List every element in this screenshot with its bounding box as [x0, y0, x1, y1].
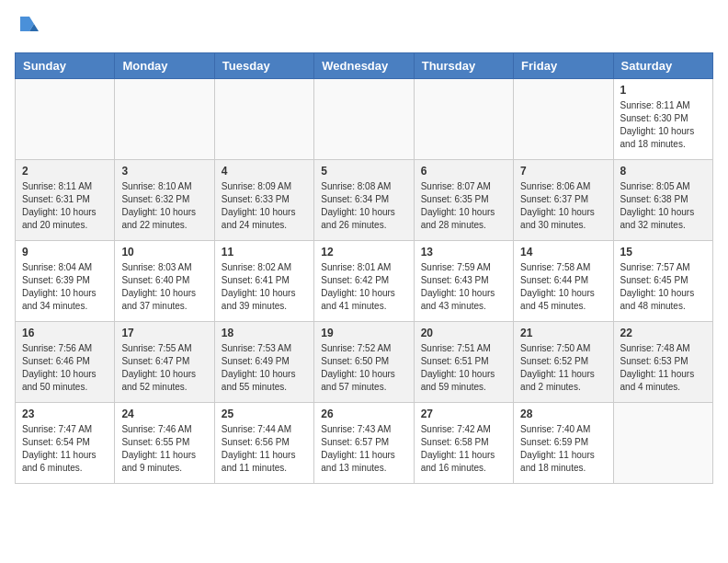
calendar-cell — [16, 79, 115, 160]
header-sunday: Sunday — [16, 53, 115, 79]
calendar-cell — [514, 79, 613, 160]
calendar-cell: 22Sunrise: 7:48 AM Sunset: 6:53 PM Dayli… — [613, 322, 712, 403]
calendar-cell: 7Sunrise: 8:06 AM Sunset: 6:37 PM Daylig… — [514, 160, 613, 241]
calendar-week-row: 2Sunrise: 8:11 AM Sunset: 6:31 PM Daylig… — [16, 160, 713, 241]
calendar-cell: 17Sunrise: 7:55 AM Sunset: 6:47 PM Dayli… — [115, 322, 214, 403]
calendar-week-row: 23Sunrise: 7:47 AM Sunset: 6:54 PM Dayli… — [16, 403, 713, 484]
calendar-cell: 16Sunrise: 7:56 AM Sunset: 6:46 PM Dayli… — [16, 322, 115, 403]
calendar-week-row: 1Sunrise: 8:11 AM Sunset: 6:30 PM Daylig… — [16, 79, 713, 160]
day-info: Sunrise: 8:11 AM Sunset: 6:30 PM Dayligh… — [620, 99, 706, 151]
day-info: Sunrise: 7:56 AM Sunset: 6:46 PM Dayligh… — [22, 342, 108, 394]
day-number: 27 — [421, 408, 506, 420]
day-info: Sunrise: 8:01 AM Sunset: 6:42 PM Dayligh… — [321, 261, 406, 313]
day-number: 11 — [222, 246, 307, 259]
calendar: SundayMondayTuesdayWednesdayThursdayFrid… — [15, 52, 713, 484]
calendar-cell — [613, 403, 712, 484]
day-info: Sunrise: 7:58 AM Sunset: 6:44 PM Dayligh… — [520, 261, 606, 313]
day-info: Sunrise: 7:51 AM Sunset: 6:51 PM Dayligh… — [421, 342, 506, 394]
day-info: Sunrise: 8:07 AM Sunset: 6:35 PM Dayligh… — [421, 180, 506, 232]
header-monday: Monday — [115, 53, 214, 79]
day-info: Sunrise: 7:48 AM Sunset: 6:53 PM Dayligh… — [620, 342, 706, 394]
day-info: Sunrise: 8:04 AM Sunset: 6:39 PM Dayligh… — [22, 261, 108, 313]
logo — [15, 15, 39, 41]
day-number: 18 — [222, 327, 307, 339]
calendar-cell: 8Sunrise: 8:05 AM Sunset: 6:38 PM Daylig… — [613, 160, 712, 241]
calendar-cell: 20Sunrise: 7:51 AM Sunset: 6:51 PM Dayli… — [414, 322, 513, 403]
day-info: Sunrise: 7:46 AM Sunset: 6:55 PM Dayligh… — [121, 423, 207, 475]
day-number: 4 — [222, 165, 307, 178]
day-number: 15 — [620, 246, 706, 259]
day-number: 8 — [620, 165, 706, 178]
calendar-cell: 26Sunrise: 7:43 AM Sunset: 6:57 PM Dayli… — [314, 403, 414, 484]
calendar-cell: 13Sunrise: 7:59 AM Sunset: 6:43 PM Dayli… — [414, 241, 513, 322]
calendar-cell: 9Sunrise: 8:04 AM Sunset: 6:39 PM Daylig… — [16, 241, 115, 322]
calendar-cell — [414, 79, 513, 160]
calendar-cell: 23Sunrise: 7:47 AM Sunset: 6:54 PM Dayli… — [16, 403, 115, 484]
calendar-cell: 2Sunrise: 8:11 AM Sunset: 6:31 PM Daylig… — [16, 160, 115, 241]
day-number: 3 — [121, 165, 207, 178]
day-number: 10 — [121, 246, 207, 259]
header-tuesday: Tuesday — [214, 53, 313, 79]
calendar-cell: 25Sunrise: 7:44 AM Sunset: 6:56 PM Dayli… — [214, 403, 313, 484]
day-info: Sunrise: 7:59 AM Sunset: 6:43 PM Dayligh… — [421, 261, 506, 313]
day-number: 5 — [321, 165, 406, 178]
page-header — [15, 15, 713, 41]
calendar-header-row: SundayMondayTuesdayWednesdayThursdayFrid… — [16, 53, 713, 79]
calendar-cell: 28Sunrise: 7:40 AM Sunset: 6:59 PM Dayli… — [514, 403, 613, 484]
calendar-cell: 19Sunrise: 7:52 AM Sunset: 6:50 PM Dayli… — [314, 322, 414, 403]
calendar-cell: 4Sunrise: 8:09 AM Sunset: 6:33 PM Daylig… — [214, 160, 313, 241]
calendar-cell: 18Sunrise: 7:53 AM Sunset: 6:49 PM Dayli… — [214, 322, 313, 403]
calendar-cell: 24Sunrise: 7:46 AM Sunset: 6:55 PM Dayli… — [115, 403, 214, 484]
day-number: 25 — [222, 408, 307, 420]
calendar-cell — [314, 79, 414, 160]
day-number: 26 — [321, 408, 406, 420]
day-number: 23 — [22, 408, 108, 420]
calendar-cell — [214, 79, 313, 160]
day-number: 17 — [121, 327, 207, 339]
day-info: Sunrise: 8:06 AM Sunset: 6:37 PM Dayligh… — [520, 180, 606, 232]
calendar-cell: 12Sunrise: 8:01 AM Sunset: 6:42 PM Dayli… — [314, 241, 414, 322]
day-number: 13 — [421, 246, 506, 259]
day-number: 14 — [520, 246, 606, 259]
calendar-cell: 3Sunrise: 8:10 AM Sunset: 6:32 PM Daylig… — [115, 160, 214, 241]
day-info: Sunrise: 7:40 AM Sunset: 6:59 PM Dayligh… — [520, 423, 606, 475]
day-number: 9 — [22, 246, 108, 259]
day-number: 21 — [520, 327, 606, 339]
day-number: 1 — [620, 84, 706, 97]
day-number: 7 — [520, 165, 606, 178]
day-info: Sunrise: 8:11 AM Sunset: 6:31 PM Dayligh… — [22, 180, 108, 232]
day-number: 20 — [421, 327, 506, 339]
day-info: Sunrise: 7:47 AM Sunset: 6:54 PM Dayligh… — [22, 423, 108, 475]
day-info: Sunrise: 7:52 AM Sunset: 6:50 PM Dayligh… — [321, 342, 406, 394]
calendar-week-row: 9Sunrise: 8:04 AM Sunset: 6:39 PM Daylig… — [16, 241, 713, 322]
day-info: Sunrise: 8:10 AM Sunset: 6:32 PM Dayligh… — [121, 180, 207, 232]
calendar-cell: 5Sunrise: 8:08 AM Sunset: 6:34 PM Daylig… — [314, 160, 414, 241]
day-info: Sunrise: 8:02 AM Sunset: 6:41 PM Dayligh… — [222, 261, 307, 313]
day-info: Sunrise: 7:50 AM Sunset: 6:52 PM Dayligh… — [520, 342, 606, 394]
header-wednesday: Wednesday — [314, 53, 414, 79]
day-number: 19 — [321, 327, 406, 339]
logo-icon — [17, 15, 39, 37]
day-number: 2 — [22, 165, 108, 178]
calendar-week-row: 16Sunrise: 7:56 AM Sunset: 6:46 PM Dayli… — [16, 322, 713, 403]
calendar-cell: 27Sunrise: 7:42 AM Sunset: 6:58 PM Dayli… — [414, 403, 513, 484]
calendar-cell: 14Sunrise: 7:58 AM Sunset: 6:44 PM Dayli… — [514, 241, 613, 322]
day-info: Sunrise: 7:57 AM Sunset: 6:45 PM Dayligh… — [620, 261, 706, 313]
header-saturday: Saturday — [613, 53, 712, 79]
day-number: 22 — [620, 327, 706, 339]
day-info: Sunrise: 7:43 AM Sunset: 6:57 PM Dayligh… — [321, 423, 406, 475]
day-number: 28 — [520, 408, 606, 420]
day-info: Sunrise: 7:44 AM Sunset: 6:56 PM Dayligh… — [222, 423, 307, 475]
day-number: 6 — [421, 165, 506, 178]
day-number: 24 — [121, 408, 207, 420]
calendar-cell: 11Sunrise: 8:02 AM Sunset: 6:41 PM Dayli… — [214, 241, 313, 322]
day-info: Sunrise: 8:03 AM Sunset: 6:40 PM Dayligh… — [121, 261, 207, 313]
day-info: Sunrise: 7:42 AM Sunset: 6:58 PM Dayligh… — [421, 423, 506, 475]
calendar-cell — [115, 79, 214, 160]
day-info: Sunrise: 8:05 AM Sunset: 6:38 PM Dayligh… — [620, 180, 706, 232]
day-info: Sunrise: 8:09 AM Sunset: 6:33 PM Dayligh… — [222, 180, 307, 232]
calendar-cell: 1Sunrise: 8:11 AM Sunset: 6:30 PM Daylig… — [613, 79, 712, 160]
calendar-cell: 21Sunrise: 7:50 AM Sunset: 6:52 PM Dayli… — [514, 322, 613, 403]
day-number: 12 — [321, 246, 406, 259]
day-info: Sunrise: 8:08 AM Sunset: 6:34 PM Dayligh… — [321, 180, 406, 232]
